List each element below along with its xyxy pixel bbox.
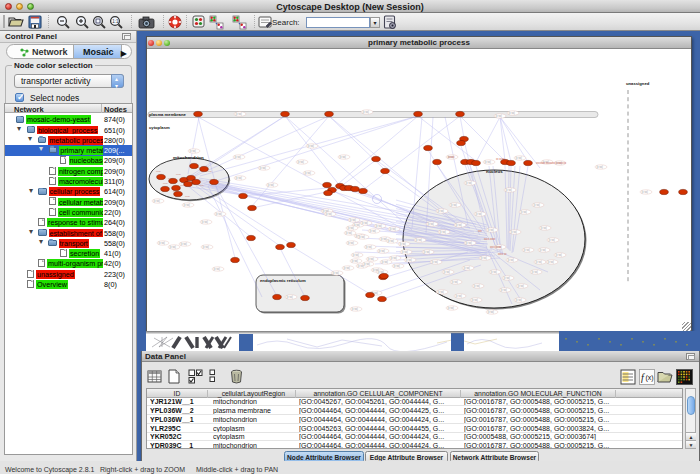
svg-text:mitochondrion: mitochondrion <box>173 155 204 160</box>
svg-text:xxxx: xxxx <box>163 182 169 185</box>
svg-text:(x·xx): (x·xx) <box>353 253 360 257</box>
svg-text:(x·xx): (x·xx) <box>438 290 445 294</box>
svg-text:(x·xx): (x·xx) <box>326 212 333 216</box>
svg-text:(x·xx): (x·xx) <box>416 238 423 242</box>
svg-text:(x·xx): (x·xx) <box>448 306 455 310</box>
svg-text:(x·xx): (x·xx) <box>370 229 377 233</box>
svg-text:(x·xx): (x·xx) <box>524 248 531 252</box>
svg-text:(x·xx): (x·xx) <box>438 209 445 213</box>
svg-text:(x·xx): (x·xx) <box>485 160 492 164</box>
svg-text:(x·xx): (x·xx) <box>511 230 518 234</box>
svg-text:(x·xx): (x·xx) <box>333 271 340 275</box>
svg-text:(x·xx): (x·xx) <box>476 212 483 216</box>
svg-text:(x·xx): (x·xx) <box>508 258 515 262</box>
svg-text:(x·xx): (x·xx) <box>350 218 357 222</box>
svg-text:(x·xx): (x·xx) <box>181 242 188 246</box>
svg-text:(x·xx): (x·xx) <box>402 250 409 254</box>
svg-text:(x·xx): (x·xx) <box>549 238 556 242</box>
svg-text:(x·xx): (x·xx) <box>363 110 370 114</box>
svg-text:(x·xx): (x·xx) <box>406 258 413 262</box>
svg-text:(x·xx): (x·xx) <box>305 171 312 175</box>
svg-text:(x·xx): (x·xx) <box>214 267 221 271</box>
svg-text:(x·xx): (x·xx) <box>364 262 371 266</box>
svg-text:(x·xx): (x·xx) <box>456 294 463 298</box>
svg-text:(x·xx): (x·xx) <box>368 257 375 261</box>
svg-text:(x·xx): (x·xx) <box>190 149 197 153</box>
svg-text:(x·xx): (x·xx) <box>466 181 473 185</box>
svg-text:(x·xx): (x·xx) <box>348 241 355 245</box>
svg-text:nucleus: nucleus <box>486 169 503 174</box>
svg-text:(x·xx): (x·xx) <box>340 155 347 159</box>
svg-text:(x·xx): (x·xx) <box>400 242 407 246</box>
svg-text:(x·xx): (x·xx) <box>154 199 161 203</box>
svg-text:(x·xx): (x·xx) <box>501 288 508 292</box>
svg-text:(x): (x) <box>646 374 654 382</box>
svg-text:xxxx xxxx: xxxx xxxx <box>484 238 496 241</box>
svg-text:(x·xx): (x·xx) <box>532 270 539 274</box>
svg-text:(x·xx): (x·xx) <box>390 227 397 231</box>
svg-text:(x·xx): (x·xx) <box>287 295 294 299</box>
svg-text:(x·xx): (x·xx) <box>521 210 528 214</box>
svg-text:(x·xx): (x·xx) <box>235 155 242 159</box>
svg-text:plasma membrane: plasma membrane <box>149 112 186 117</box>
svg-text:xxxx: xxxx <box>176 173 182 176</box>
svg-text:xxxx: xxxx <box>156 170 162 173</box>
svg-text:(x·xx): (x·xx) <box>488 228 495 232</box>
svg-text:(x·xx): (x·xx) <box>362 221 369 225</box>
svg-text:(x·xx): (x·xx) <box>394 264 401 268</box>
svg-text:(x·xx): (x·xx) <box>260 166 267 170</box>
svg-text:(x·xx): (x·xx) <box>466 241 473 245</box>
svg-text:(x·xx): (x·xx) <box>346 231 353 235</box>
svg-text:(x·xx): (x·xx) <box>597 165 604 169</box>
svg-text:xxxxx: xxxxx <box>448 156 455 159</box>
svg-text:(x·xx): (x·xx) <box>298 160 305 164</box>
svg-text:(x·xx): (x·xx) <box>440 230 447 234</box>
svg-text:(x·xx): (x·xx) <box>541 226 548 230</box>
svg-text:(x·xx): (x·xx) <box>203 245 210 249</box>
svg-text:(x·xx): (x·xx) <box>540 248 547 252</box>
svg-text:(x·xx): (x·xx) <box>184 203 191 207</box>
svg-text:(x·xx): (x·xx) <box>159 241 166 245</box>
svg-text:(x·xx): (x·xx) <box>308 144 315 148</box>
svg-text:(x·xx): (x·xx) <box>481 256 488 260</box>
svg-text:(x·xx): (x·xx) <box>268 183 275 187</box>
svg-text:(x·xx): (x·xx) <box>379 249 386 253</box>
svg-text:(x·xx): (x·xx) <box>556 253 563 257</box>
svg-text:(x·xx): (x·xx) <box>352 259 359 263</box>
svg-text:(x·xx): (x·xx) <box>474 284 481 288</box>
svg-text:1:1: 1:1 <box>112 19 119 24</box>
svg-text:(x·xx): (x·xx) <box>516 156 523 160</box>
svg-text:(x·xx): (x·xx) <box>488 310 495 314</box>
svg-text:(x·xx): (x·xx) <box>451 203 458 207</box>
svg-text:(x·xx): (x·xx) <box>464 266 471 270</box>
svg-text:(x·xx): (x·xx) <box>202 220 209 224</box>
svg-text:xxx xxxxx: xxx xxxxx <box>490 246 502 249</box>
svg-text:(x·xx): (x·xx) <box>504 276 511 280</box>
svg-text:xxxx: xxxx <box>199 184 205 187</box>
svg-text:(x·xx): (x·xx) <box>548 260 555 264</box>
svg-text:cytoplasm: cytoplasm <box>149 125 170 130</box>
svg-text:(x·xx): (x·xx) <box>382 260 389 264</box>
svg-text:(x·xx): (x·xx) <box>472 298 479 302</box>
svg-text:(x·xx): (x·xx) <box>236 176 243 180</box>
svg-text:(x·xx): (x·xx) <box>376 224 383 228</box>
svg-text:(x·xx): (x·xx) <box>642 190 649 194</box>
svg-text:(x·xx): (x·xx) <box>359 235 366 239</box>
svg-text:(x·xx): (x·xx) <box>344 266 351 270</box>
svg-text:(x·xx): (x·xx) <box>516 298 523 302</box>
svg-text:(x·xx): (x·xx) <box>432 260 439 264</box>
svg-text:(x·xx): (x·xx) <box>518 284 525 288</box>
svg-text:(x·xx): (x·xx) <box>496 114 503 118</box>
svg-text:(x·xx): (x·xx) <box>534 203 541 207</box>
svg-text:(x·xx): (x·xx) <box>428 222 435 226</box>
svg-text:(x·xx): (x·xx) <box>536 260 543 264</box>
svg-text:unassigned: unassigned <box>626 81 650 86</box>
svg-text:(x·xx): (x·xx) <box>506 188 513 192</box>
svg-text:xxxx: xxxx <box>185 195 191 198</box>
svg-text:xxxx xx: xxxx xx <box>498 253 507 256</box>
svg-text:(x·xx): (x·xx) <box>444 270 451 274</box>
svg-text:(x·xx): (x·xx) <box>216 212 223 216</box>
svg-text:(x·xx): (x·xx) <box>352 307 359 311</box>
svg-text:(x·xx): (x·xx) <box>456 223 463 227</box>
svg-text:(x·xx): (x·xx) <box>509 111 516 115</box>
